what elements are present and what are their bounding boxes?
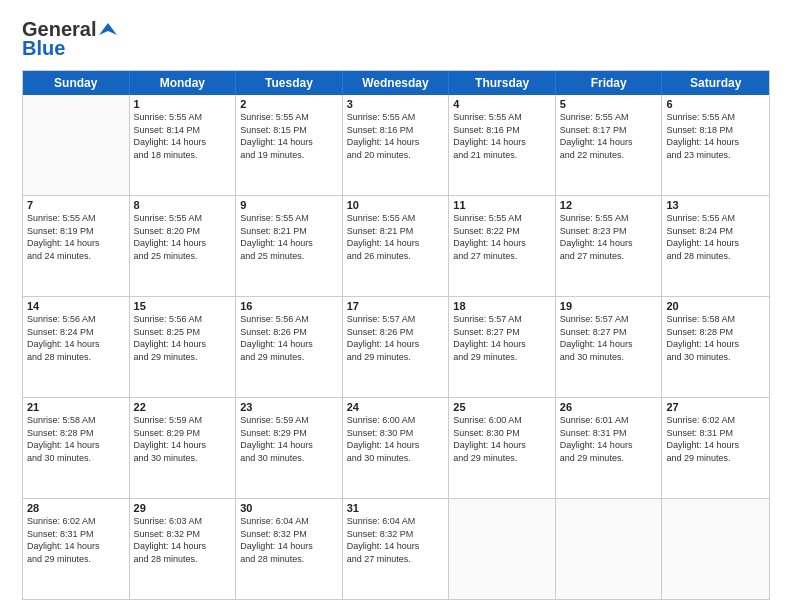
- header-thursday: Thursday: [449, 71, 556, 95]
- day-number: 29: [134, 502, 232, 514]
- calendar-cell: 25Sunrise: 6:00 AM Sunset: 8:30 PM Dayli…: [449, 398, 556, 498]
- svg-marker-0: [99, 23, 117, 35]
- day-number: 28: [27, 502, 125, 514]
- calendar: Sunday Monday Tuesday Wednesday Thursday…: [22, 70, 770, 600]
- calendar-body: 1Sunrise: 5:55 AM Sunset: 8:14 PM Daylig…: [23, 95, 769, 599]
- calendar-cell: [556, 499, 663, 599]
- day-content: Sunrise: 5:55 AM Sunset: 8:17 PM Dayligh…: [560, 111, 658, 161]
- day-content: Sunrise: 6:04 AM Sunset: 8:32 PM Dayligh…: [347, 515, 445, 565]
- day-content: Sunrise: 5:55 AM Sunset: 8:21 PM Dayligh…: [240, 212, 338, 262]
- calendar-cell: 13Sunrise: 5:55 AM Sunset: 8:24 PM Dayli…: [662, 196, 769, 296]
- day-number: 3: [347, 98, 445, 110]
- page: General Blue Sunday Monday Tuesday Wedne…: [0, 0, 792, 612]
- calendar-cell: 26Sunrise: 6:01 AM Sunset: 8:31 PM Dayli…: [556, 398, 663, 498]
- calendar-cell: 21Sunrise: 5:58 AM Sunset: 8:28 PM Dayli…: [23, 398, 130, 498]
- day-content: Sunrise: 5:55 AM Sunset: 8:23 PM Dayligh…: [560, 212, 658, 262]
- day-number: 6: [666, 98, 765, 110]
- calendar-cell: 2Sunrise: 5:55 AM Sunset: 8:15 PM Daylig…: [236, 95, 343, 195]
- day-content: Sunrise: 5:56 AM Sunset: 8:26 PM Dayligh…: [240, 313, 338, 363]
- header-saturday: Saturday: [662, 71, 769, 95]
- header-sunday: Sunday: [23, 71, 130, 95]
- calendar-cell: 1Sunrise: 5:55 AM Sunset: 8:14 PM Daylig…: [130, 95, 237, 195]
- day-content: Sunrise: 5:55 AM Sunset: 8:16 PM Dayligh…: [347, 111, 445, 161]
- day-content: Sunrise: 6:02 AM Sunset: 8:31 PM Dayligh…: [666, 414, 765, 464]
- day-content: Sunrise: 5:55 AM Sunset: 8:15 PM Dayligh…: [240, 111, 338, 161]
- day-content: Sunrise: 6:04 AM Sunset: 8:32 PM Dayligh…: [240, 515, 338, 565]
- day-number: 14: [27, 300, 125, 312]
- day-content: Sunrise: 6:00 AM Sunset: 8:30 PM Dayligh…: [347, 414, 445, 464]
- calendar-cell: 11Sunrise: 5:55 AM Sunset: 8:22 PM Dayli…: [449, 196, 556, 296]
- calendar-cell: 6Sunrise: 5:55 AM Sunset: 8:18 PM Daylig…: [662, 95, 769, 195]
- logo-bird-icon: [97, 19, 119, 41]
- day-number: 7: [27, 199, 125, 211]
- day-number: 10: [347, 199, 445, 211]
- calendar-cell: 28Sunrise: 6:02 AM Sunset: 8:31 PM Dayli…: [23, 499, 130, 599]
- day-number: 31: [347, 502, 445, 514]
- day-content: Sunrise: 5:57 AM Sunset: 8:26 PM Dayligh…: [347, 313, 445, 363]
- calendar-cell: [23, 95, 130, 195]
- day-number: 1: [134, 98, 232, 110]
- calendar-week-3: 14Sunrise: 5:56 AM Sunset: 8:24 PM Dayli…: [23, 297, 769, 398]
- calendar-cell: 7Sunrise: 5:55 AM Sunset: 8:19 PM Daylig…: [23, 196, 130, 296]
- day-number: 9: [240, 199, 338, 211]
- calendar-cell: [662, 499, 769, 599]
- calendar-cell: 23Sunrise: 5:59 AM Sunset: 8:29 PM Dayli…: [236, 398, 343, 498]
- calendar-cell: 5Sunrise: 5:55 AM Sunset: 8:17 PM Daylig…: [556, 95, 663, 195]
- day-number: 15: [134, 300, 232, 312]
- calendar-cell: 9Sunrise: 5:55 AM Sunset: 8:21 PM Daylig…: [236, 196, 343, 296]
- day-content: Sunrise: 5:57 AM Sunset: 8:27 PM Dayligh…: [453, 313, 551, 363]
- calendar-cell: 17Sunrise: 5:57 AM Sunset: 8:26 PM Dayli…: [343, 297, 450, 397]
- day-content: Sunrise: 5:55 AM Sunset: 8:14 PM Dayligh…: [134, 111, 232, 161]
- day-content: Sunrise: 5:55 AM Sunset: 8:20 PM Dayligh…: [134, 212, 232, 262]
- day-content: Sunrise: 5:59 AM Sunset: 8:29 PM Dayligh…: [134, 414, 232, 464]
- day-content: Sunrise: 5:55 AM Sunset: 8:19 PM Dayligh…: [27, 212, 125, 262]
- day-number: 2: [240, 98, 338, 110]
- day-content: Sunrise: 5:55 AM Sunset: 8:18 PM Dayligh…: [666, 111, 765, 161]
- calendar-week-2: 7Sunrise: 5:55 AM Sunset: 8:19 PM Daylig…: [23, 196, 769, 297]
- day-number: 16: [240, 300, 338, 312]
- day-content: Sunrise: 5:55 AM Sunset: 8:16 PM Dayligh…: [453, 111, 551, 161]
- day-number: 22: [134, 401, 232, 413]
- calendar-cell: 8Sunrise: 5:55 AM Sunset: 8:20 PM Daylig…: [130, 196, 237, 296]
- calendar-week-5: 28Sunrise: 6:02 AM Sunset: 8:31 PM Dayli…: [23, 499, 769, 599]
- header-monday: Monday: [130, 71, 237, 95]
- header: General Blue: [22, 18, 770, 60]
- calendar-cell: 12Sunrise: 5:55 AM Sunset: 8:23 PM Dayli…: [556, 196, 663, 296]
- calendar-cell: 14Sunrise: 5:56 AM Sunset: 8:24 PM Dayli…: [23, 297, 130, 397]
- day-number: 8: [134, 199, 232, 211]
- day-content: Sunrise: 5:58 AM Sunset: 8:28 PM Dayligh…: [666, 313, 765, 363]
- day-content: Sunrise: 5:57 AM Sunset: 8:27 PM Dayligh…: [560, 313, 658, 363]
- day-number: 23: [240, 401, 338, 413]
- calendar-cell: 18Sunrise: 5:57 AM Sunset: 8:27 PM Dayli…: [449, 297, 556, 397]
- header-friday: Friday: [556, 71, 663, 95]
- calendar-week-4: 21Sunrise: 5:58 AM Sunset: 8:28 PM Dayli…: [23, 398, 769, 499]
- calendar-cell: 27Sunrise: 6:02 AM Sunset: 8:31 PM Dayli…: [662, 398, 769, 498]
- day-number: 27: [666, 401, 765, 413]
- calendar-week-1: 1Sunrise: 5:55 AM Sunset: 8:14 PM Daylig…: [23, 95, 769, 196]
- day-number: 26: [560, 401, 658, 413]
- day-content: Sunrise: 6:03 AM Sunset: 8:32 PM Dayligh…: [134, 515, 232, 565]
- logo: General Blue: [22, 18, 119, 60]
- day-number: 5: [560, 98, 658, 110]
- day-number: 13: [666, 199, 765, 211]
- day-content: Sunrise: 6:02 AM Sunset: 8:31 PM Dayligh…: [27, 515, 125, 565]
- calendar-cell: 24Sunrise: 6:00 AM Sunset: 8:30 PM Dayli…: [343, 398, 450, 498]
- calendar-cell: 3Sunrise: 5:55 AM Sunset: 8:16 PM Daylig…: [343, 95, 450, 195]
- day-number: 17: [347, 300, 445, 312]
- logo-blue: Blue: [22, 37, 65, 60]
- day-content: Sunrise: 5:55 AM Sunset: 8:22 PM Dayligh…: [453, 212, 551, 262]
- day-number: 12: [560, 199, 658, 211]
- day-number: 11: [453, 199, 551, 211]
- day-content: Sunrise: 6:01 AM Sunset: 8:31 PM Dayligh…: [560, 414, 658, 464]
- calendar-cell: 16Sunrise: 5:56 AM Sunset: 8:26 PM Dayli…: [236, 297, 343, 397]
- calendar-cell: 15Sunrise: 5:56 AM Sunset: 8:25 PM Dayli…: [130, 297, 237, 397]
- day-number: 4: [453, 98, 551, 110]
- day-number: 21: [27, 401, 125, 413]
- day-number: 18: [453, 300, 551, 312]
- calendar-cell: 22Sunrise: 5:59 AM Sunset: 8:29 PM Dayli…: [130, 398, 237, 498]
- calendar-cell: 29Sunrise: 6:03 AM Sunset: 8:32 PM Dayli…: [130, 499, 237, 599]
- day-content: Sunrise: 5:56 AM Sunset: 8:25 PM Dayligh…: [134, 313, 232, 363]
- day-content: Sunrise: 6:00 AM Sunset: 8:30 PM Dayligh…: [453, 414, 551, 464]
- calendar-header: Sunday Monday Tuesday Wednesday Thursday…: [23, 71, 769, 95]
- calendar-cell: 20Sunrise: 5:58 AM Sunset: 8:28 PM Dayli…: [662, 297, 769, 397]
